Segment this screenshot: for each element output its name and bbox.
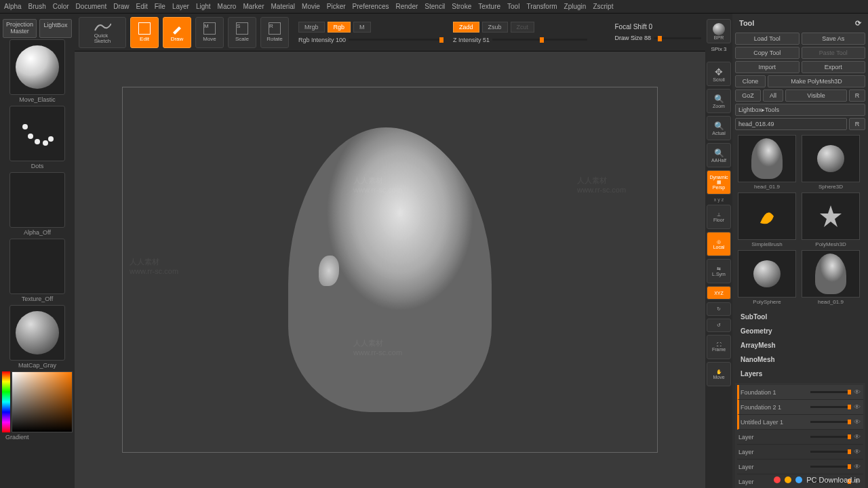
menu-light[interactable]: Light xyxy=(196,3,211,10)
tool-item[interactable]: head_01.9 xyxy=(736,135,797,190)
aahalf-button[interactable]: 🔍AAHalf xyxy=(707,143,731,167)
menu-alpha[interactable]: Alpha xyxy=(4,3,22,10)
local-button[interactable]: ◎Local xyxy=(707,232,731,256)
zcut-chip[interactable]: Zcut xyxy=(511,22,535,33)
export-button[interactable]: Export xyxy=(802,61,866,73)
layer-row[interactable]: Foundation 1👁 xyxy=(737,385,863,400)
scale-button[interactable]: SScale xyxy=(228,17,256,48)
mrgb-chip[interactable]: Mrgb xyxy=(298,22,325,33)
svg-point-4 xyxy=(48,136,54,142)
hue-strip[interactable] xyxy=(2,371,10,432)
make-polymesh-button[interactable]: Make PolyMesh3D xyxy=(768,75,865,87)
brush-thumb[interactable] xyxy=(9,39,65,95)
menu-zscript[interactable]: Zscript xyxy=(593,3,613,10)
zsub-chip[interactable]: Zsub xyxy=(482,22,508,33)
menu-preferences[interactable]: Preferences xyxy=(353,3,389,10)
tool-item[interactable]: PolySphere xyxy=(736,250,797,305)
lightbox-button[interactable]: LightBox xyxy=(39,19,72,38)
layer-row[interactable]: Foundation 2 1👁 xyxy=(737,400,863,415)
move-button[interactable]: MMove xyxy=(195,17,224,48)
spix-label: SPix 3 xyxy=(711,46,726,52)
menu-movie[interactable]: Movie xyxy=(302,3,320,10)
menu-stencil[interactable]: Stencil xyxy=(425,3,445,10)
zadd-chip[interactable]: Zadd xyxy=(453,22,479,33)
edit-button[interactable]: Edit xyxy=(130,17,159,48)
goz-button[interactable]: GoZ xyxy=(735,89,761,102)
persp-button[interactable]: Dynamic▦Persp xyxy=(707,170,731,195)
tool-r-button[interactable]: R xyxy=(849,118,865,130)
save-as-button[interactable]: Save As xyxy=(802,33,866,45)
zoom-button[interactable]: 🔍Zoom xyxy=(707,89,731,113)
right-rail: BPR SPix 3 ✥Scroll 🔍Zoom 🔍Actual 🔍AAHalf… xyxy=(705,14,732,488)
rotate-button[interactable]: RRotate xyxy=(260,17,289,48)
tool-item[interactable]: head_01.9 xyxy=(800,250,861,305)
section-subtool[interactable]: SubTool xyxy=(735,310,865,324)
redo-button[interactable]: ↻ xyxy=(707,302,731,316)
move-nav-button[interactable]: ✋Move xyxy=(707,362,731,386)
menu-picker[interactable]: Picker xyxy=(327,3,346,10)
viewport[interactable]: 人人素材 www.rr-sc.com 人人素材 www.rr-sc.com 人人… xyxy=(75,52,705,488)
texture-thumb[interactable] xyxy=(9,239,65,294)
menu-file[interactable]: File xyxy=(155,3,165,10)
tool-item[interactable]: PolyMesh3D xyxy=(800,192,861,247)
menu-layer[interactable]: Layer xyxy=(172,3,189,10)
xyz-button[interactable]: XYZ xyxy=(707,286,731,300)
rgb-intensity-slider[interactable] xyxy=(349,39,443,41)
layer-row[interactable]: Layer👁 xyxy=(737,460,863,474)
menu-macro[interactable]: Macro xyxy=(218,3,237,10)
undo-button[interactable]: ↺ xyxy=(707,319,731,332)
z-intensity-slider[interactable] xyxy=(492,39,587,41)
m-chip[interactable]: M xyxy=(353,22,371,33)
section-layers[interactable]: Layers xyxy=(735,367,865,381)
scroll-button[interactable]: ✥Scroll xyxy=(707,62,731,86)
frame-button[interactable]: ⛶Frame xyxy=(707,335,731,359)
copy-tool-button[interactable]: Copy Tool xyxy=(735,47,800,59)
load-tool-button[interactable]: Load Tool xyxy=(735,33,800,45)
menu-tool[interactable]: Tool xyxy=(507,3,519,10)
head-sculpt xyxy=(288,127,492,412)
all-button[interactable]: All xyxy=(763,89,783,102)
actual-button[interactable]: 🔍Actual xyxy=(707,116,731,140)
section-geometry[interactable]: Geometry xyxy=(735,324,865,338)
menu-material[interactable]: Material xyxy=(271,3,296,10)
layer-row[interactable]: Untitled Layer 1👁 xyxy=(737,415,863,430)
layer-row[interactable]: Layer👁 xyxy=(737,430,863,445)
panel-refresh-icon[interactable]: ⟳ xyxy=(855,19,861,28)
menu-texture[interactable]: Texture xyxy=(478,3,500,10)
stroke-thumb[interactable] xyxy=(9,106,65,161)
layer-row[interactable]: Layer👁 xyxy=(737,445,863,460)
menu-zplugin[interactable]: Zplugin xyxy=(564,3,587,10)
menu-document[interactable]: Document xyxy=(76,3,107,10)
rgb-chip[interactable]: Rgb xyxy=(328,22,351,33)
projection-master-button[interactable]: Projection Master xyxy=(3,19,37,38)
menu-stroke[interactable]: Stroke xyxy=(452,3,471,10)
tool-item[interactable]: Sphere3D xyxy=(800,135,861,190)
menu-edit[interactable]: Edit xyxy=(136,3,148,10)
menu-render[interactable]: Render xyxy=(396,3,418,10)
menu-transform[interactable]: Transform xyxy=(526,3,557,10)
r-button[interactable]: R xyxy=(849,89,865,102)
lightbox-tools-button[interactable]: Lightbox▸Tools xyxy=(735,104,865,116)
color-picker[interactable] xyxy=(12,371,73,432)
bpr-button[interactable]: BPR xyxy=(707,19,731,43)
alpha-thumb[interactable] xyxy=(9,172,65,228)
lsym-button[interactable]: ⇆L.Sym xyxy=(707,259,731,283)
section-arraymesh[interactable]: ArrayMesh xyxy=(735,338,865,352)
section-nanomesh[interactable]: NanoMesh xyxy=(735,352,865,367)
menu-color[interactable]: Color xyxy=(53,3,69,10)
material-thumb[interactable] xyxy=(9,305,65,361)
quicksketch-button[interactable]: Quick Sketch xyxy=(79,17,126,48)
paste-tool-button[interactable]: Paste Tool xyxy=(802,47,866,59)
tool-panel: Tool⟳ Load ToolSave As Copy ToolPaste To… xyxy=(732,14,868,488)
menu-marker[interactable]: Marker xyxy=(243,3,264,10)
floor-button[interactable]: ⊥Floor xyxy=(707,205,731,229)
import-button[interactable]: Import xyxy=(735,61,800,73)
menubar: AlphaBrushColorDocumentDrawEditFileLayer… xyxy=(0,0,868,14)
visible-button[interactable]: Visible xyxy=(785,89,847,102)
draw-button[interactable]: Draw xyxy=(163,17,191,48)
tool-item[interactable]: SimpleBrush xyxy=(736,192,797,247)
menu-brush[interactable]: Brush xyxy=(28,3,46,10)
menu-draw[interactable]: Draw xyxy=(113,3,129,10)
draw-size-slider[interactable] xyxy=(654,37,701,39)
clone-button[interactable]: Clone xyxy=(735,75,766,87)
